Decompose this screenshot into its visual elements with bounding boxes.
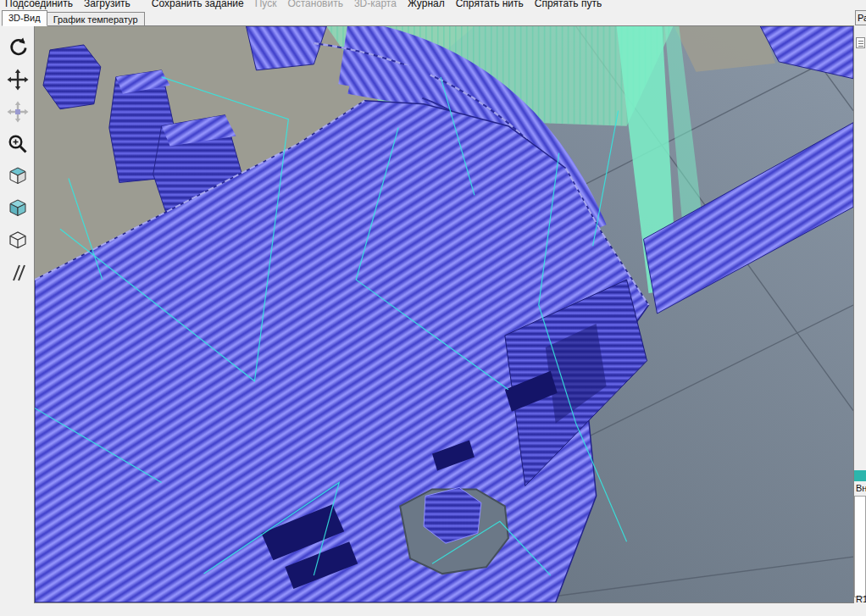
hide-path-button[interactable]: Спрятать путь (535, 0, 602, 9)
viewport-3d[interactable] (34, 25, 854, 603)
sd-card-button: 3D-карта (354, 0, 397, 9)
start-button: Пуск (255, 0, 277, 9)
move-object-icon (7, 101, 29, 123)
app-window: Подсоединить Загрузить Сохранить задание… (0, 0, 866, 616)
rotate-view-icon[interactable] (7, 36, 29, 58)
tab-temperature-graph[interactable]: График температур (47, 12, 145, 26)
show-layers-icon[interactable] (7, 262, 29, 284)
connect-button[interactable]: Подсоединить (5, 0, 73, 9)
hide-filament-button[interactable]: Спрятать нить (456, 0, 524, 9)
panel-accent-button[interactable] (854, 470, 866, 481)
load-button[interactable]: Загрузить (84, 0, 130, 9)
save-job-button[interactable]: Сохранить задание (152, 0, 244, 9)
document-icon[interactable] (856, 37, 865, 48)
move-view-icon[interactable] (7, 69, 29, 91)
main-toolbar: Подсоединить Загрузить Сохранить задание… (0, 0, 866, 10)
viewport-tool-strip (2, 26, 34, 603)
view-tabbar: 3D-Вид График температур (2, 10, 144, 26)
zoom-icon[interactable] (7, 133, 29, 155)
panel-section-label: Вн (856, 483, 866, 493)
cube-top-face-icon[interactable] (7, 165, 29, 187)
tab-placement[interactable]: Раз (855, 10, 866, 25)
panel-listbox[interactable] (854, 496, 866, 597)
tab-3d-view[interactable]: 3D-Вид (2, 10, 47, 26)
stop-button: Остановить (287, 0, 343, 9)
cube-wireframe-icon[interactable] (7, 230, 29, 252)
object-top-edge-piece (246, 26, 326, 70)
panel-bottom-label: R1 (856, 594, 866, 604)
right-panel-clipped: Раз Вн R1 (854, 10, 866, 616)
gcode-preview (35, 26, 853, 602)
log-button[interactable]: Журнал (408, 0, 445, 9)
cube-solid-icon[interactable] (7, 197, 29, 219)
